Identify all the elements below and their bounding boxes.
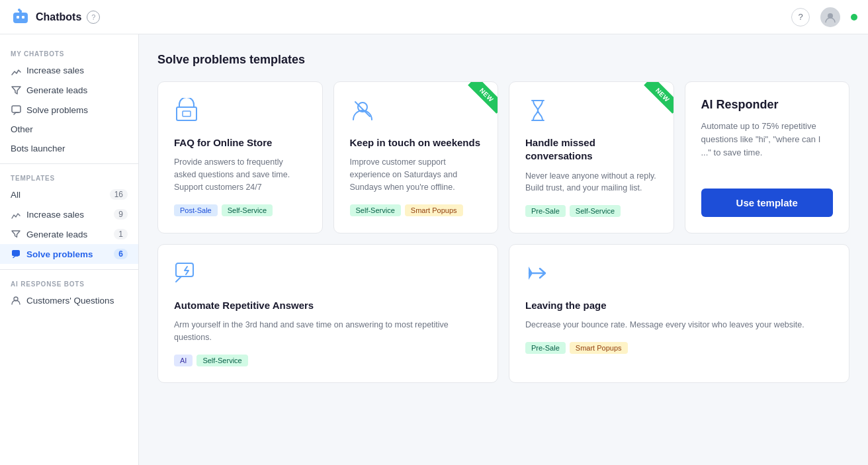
template-solve-problems-count: 6 (114, 249, 128, 259)
svg-rect-9 (177, 107, 196, 120)
card-faq-online-store[interactable]: FAQ for Online Store Provide answers to … (157, 81, 323, 233)
topbar-right: ? (791, 7, 857, 27)
app-title: Chatbots (36, 11, 81, 23)
arrow-right-icon-wrapper (525, 261, 833, 288)
sidebar-item-generate-leads[interactable]: Generate leads (0, 80, 138, 100)
cards-row-1: FAQ for Online Store Provide answers to … (157, 81, 849, 233)
template-solve-problems-label: Solve problems (26, 249, 93, 259)
tag-pre-sale-1: Pre-Sale (525, 205, 566, 217)
ai-responder-content: AI Responder Automate up to 75% repetiti… (701, 98, 834, 170)
faq-card-title: FAQ for Online Store (174, 136, 306, 149)
topbar: Chatbots ? ? (0, 0, 868, 34)
tag-pre-sale-2: Pre-Sale (525, 342, 566, 354)
automate-card-desc: Arm yourself in the 3rd hand and save ti… (174, 319, 482, 344)
page-title: Solve problems templates (157, 53, 849, 67)
svg-rect-0 (13, 13, 28, 23)
topbar-help-button[interactable]: ? (791, 8, 810, 26)
handle-missed-card-tags: Pre-Sale Self-Service (525, 205, 658, 217)
handle-missed-card-title: Handle missed conversations (525, 136, 658, 163)
no-user-icon-wrapper (350, 98, 482, 126)
arrow-right-icon (525, 261, 550, 286)
hourglass-icon-wrapper (525, 98, 658, 126)
svg-rect-2 (22, 16, 24, 19)
avatar[interactable] (820, 7, 840, 27)
templates-section-label: TEMPLATES (0, 169, 138, 185)
no-user-icon (350, 98, 375, 123)
store-icon-wrapper (174, 98, 306, 126)
svg-line-12 (355, 102, 370, 116)
online-status-dot (851, 14, 857, 21)
faq-card-desc: Provide answers to frequently asked ques… (174, 156, 306, 193)
card-handle-missed[interactable]: NEW Handle missed conversations Never le… (509, 81, 674, 233)
chart-icon (11, 65, 21, 75)
svg-rect-1 (17, 16, 19, 19)
ai-responder-desc: Automate up to 75% repetitive questions … (701, 120, 834, 159)
tag-smart-popups-2: Smart Popups (570, 342, 628, 354)
sidebar-template-generate-leads[interactable]: Generate leads 1 (0, 224, 138, 244)
sidebar-item-solve-problems[interactable]: Solve problems (0, 100, 138, 120)
chat-bubble-icon (11, 105, 21, 115)
keep-touch-card-desc: Improve customer support experience on S… (350, 156, 482, 193)
funnel-icon-2 (11, 229, 21, 239)
sidebar: MY CHATBOTS Increase sales Generate lead… (0, 34, 139, 465)
sidebar-item-bots-launcher[interactable]: Bots launcher (0, 139, 138, 158)
sidebar-ai-label: Customers' Questions (26, 296, 114, 306)
sidebar-label-increase-sales: Increase sales (26, 65, 84, 75)
chat-lightning-icon-wrapper (174, 261, 482, 288)
sidebar-item-increase-sales[interactable]: Increase sales (0, 60, 138, 80)
card-automate-repetitive[interactable]: Automate Repetitive Answers Arm yourself… (157, 244, 498, 383)
chart-icon-2 (11, 209, 21, 220)
use-template-button[interactable]: Use template (701, 189, 834, 217)
svg-point-4 (18, 9, 21, 11)
app-logo: Chatbots (11, 7, 81, 27)
keep-touch-card-tags: Self-Service Smart Popups (350, 204, 482, 216)
template-all-count: 16 (110, 189, 128, 200)
chat-lightning-icon (174, 261, 199, 286)
sidebar-template-solve-problems[interactable]: Solve problems 6 (0, 244, 138, 264)
tag-self-service-3: Self-Service (570, 205, 621, 217)
sidebar-divider-2 (0, 269, 138, 270)
ai-response-label: AI RESPONSE BOTS (0, 275, 138, 290)
store-icon (174, 98, 199, 123)
svg-rect-6 (12, 106, 21, 112)
handle-missed-card-desc: Never leave anyone without a reply. Buil… (525, 170, 658, 195)
main-layout: MY CHATBOTS Increase sales Generate lead… (0, 0, 868, 465)
template-all-label: All (11, 190, 21, 200)
funnel-icon (11, 85, 21, 95)
automate-card-tags: AI Self-Service (174, 355, 482, 366)
template-increase-sales-label: Increase sales (26, 210, 84, 220)
sidebar-label-solve-problems: Solve problems (26, 105, 88, 115)
leaving-page-card-tags: Pre-Sale Smart Popups (525, 342, 833, 354)
faq-card-tags: Post-Sale Self-Service (174, 204, 306, 216)
hourglass-icon (525, 98, 550, 123)
sidebar-template-increase-sales[interactable]: Increase sales 9 (0, 204, 138, 224)
sidebar-item-other[interactable]: Other (0, 120, 138, 139)
svg-rect-10 (183, 111, 191, 116)
leaving-page-card-title: Leaving the page (525, 299, 833, 312)
ai-responder-title: AI Responder (701, 98, 834, 112)
cards-row-2: Automate Repetitive Answers Arm yourself… (157, 244, 849, 394)
leaving-page-card-desc: Decrease your bounce rate. Message every… (525, 319, 833, 331)
my-chatbots-label: MY CHATBOTS (0, 45, 138, 60)
card-ai-responder: AI Responder Automate up to 75% repetiti… (685, 81, 850, 233)
sidebar-label-generate-leads: Generate leads (26, 85, 87, 95)
template-generate-leads-label: Generate leads (26, 230, 87, 239)
sidebar-divider-1 (0, 163, 138, 164)
tag-self-service-2: Self-Service (350, 204, 401, 216)
tag-self-service-4: Self-Service (196, 355, 247, 366)
help-icon[interactable]: ? (87, 11, 100, 24)
tag-smart-popups-1: Smart Popups (405, 204, 463, 216)
person-icon (11, 295, 21, 306)
automate-card-title: Automate Repetitive Answers (174, 299, 482, 312)
sidebar-template-all[interactable]: All 16 (0, 185, 138, 204)
tag-post-sale: Post-Sale (174, 204, 218, 216)
chat-icon-active (11, 249, 21, 259)
keep-touch-card-title: Keep in touch on weekends (350, 136, 482, 149)
tag-self-service-1: Self-Service (222, 204, 273, 216)
card-leaving-page[interactable]: Leaving the page Decrease your bounce ra… (509, 244, 849, 383)
logo-icon (11, 7, 30, 27)
card-keep-in-touch[interactable]: NEW Keep in touch on weekends Improve cu… (333, 81, 499, 233)
main-content: Solve problems templates FAQ for Online … (139, 34, 868, 465)
tag-ai: AI (174, 355, 193, 366)
sidebar-ai-customers-questions[interactable]: Customers' Questions (0, 290, 138, 310)
